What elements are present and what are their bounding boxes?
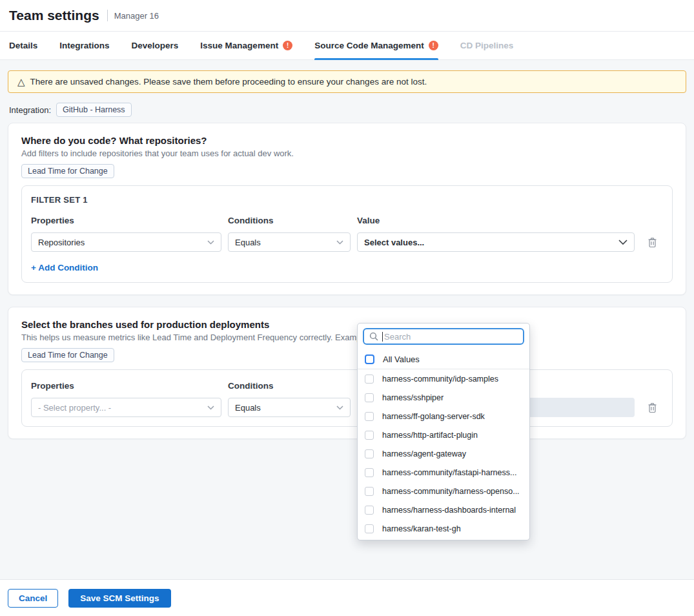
unsaved-changes-banner: △︎ There are unsaved changes. Please sav…	[8, 70, 686, 93]
repositories-section-title: Where do you code? What repositories?	[21, 135, 673, 146]
filter-set-1-card: FILTER SET 1 Properties Conditions Value…	[21, 185, 673, 283]
branches-filter-card: Properties Conditions - Select property.…	[21, 369, 673, 427]
branches-section-subtitle: This helps us measure metrics like Lead …	[21, 333, 673, 342]
trash-icon	[648, 402, 657, 413]
chevron-down-icon	[336, 406, 343, 410]
checkbox-icon[interactable]	[365, 431, 374, 440]
filter-set-title: FILTER SET 1	[31, 195, 663, 205]
chevron-down-icon	[207, 240, 214, 245]
tab-developers[interactable]: Developers	[132, 32, 179, 59]
add-condition-button[interactable]: + Add Condition	[31, 263, 98, 272]
banner-text: There are unsaved changes. Please save t…	[30, 77, 427, 87]
filter-column-headers: Properties Conditions	[31, 381, 663, 391]
warning-triangle-icon: △︎	[17, 77, 25, 87]
checkbox-icon[interactable]	[365, 354, 374, 364]
delete-filter-button[interactable]	[646, 401, 658, 415]
chevron-down-icon	[207, 406, 214, 410]
title-separator	[107, 10, 108, 21]
chevron-down-icon	[618, 240, 628, 245]
integration-row: Integration: GitHub - Harness	[9, 102, 686, 118]
filter-column-headers: Properties Conditions Value	[31, 216, 663, 225]
tab-cd-pipelines: CD Pipelines	[460, 32, 514, 59]
list-item[interactable]: harness/http-artifact-plugin	[358, 426, 529, 444]
warning-badge-icon: !	[283, 41, 292, 50]
page-title: Team settings	[9, 8, 99, 23]
condition-select[interactable]: Equals	[228, 232, 351, 252]
conditions-column-label: Conditions	[228, 216, 351, 225]
list-item[interactable]: harness/sshpiper	[358, 388, 529, 407]
properties-column-label: Properties	[31, 381, 221, 391]
list-item[interactable]: harness-community/idp-samples	[358, 369, 529, 388]
lead-time-chip: Lead Time for Change	[21, 164, 114, 178]
filter-row: Repositories Equals Select values...	[31, 232, 663, 252]
chevron-down-icon	[336, 240, 343, 245]
property-select[interactable]: - Select property... -	[31, 398, 221, 417]
tab-integrations[interactable]: Integrations	[59, 32, 109, 59]
list-item[interactable]: harness/ff-golang-server-sdk	[358, 407, 529, 426]
tab-source-code-management[interactable]: Source Code Management !	[314, 32, 438, 59]
condition-select[interactable]: Equals	[228, 398, 351, 417]
branches-section-title: Select the branches used for production …	[21, 319, 673, 330]
integration-label: Integration:	[9, 105, 51, 115]
value-column-label: Value	[357, 216, 635, 225]
checkbox-icon[interactable]	[365, 468, 374, 477]
checkbox-icon[interactable]	[365, 412, 374, 421]
value-multiselect[interactable]: Select values...	[357, 232, 635, 252]
property-select[interactable]: Repositories	[31, 232, 221, 252]
list-item[interactable]: harness-community/fastapi-harness...	[358, 463, 529, 482]
list-item[interactable]: harness/…	[358, 538, 529, 540]
checkbox-icon[interactable]	[365, 375, 374, 384]
footer-action-bar: Cancel Save SCM Settings	[0, 579, 694, 616]
checkbox-icon[interactable]	[365, 487, 374, 496]
dropdown-search-box	[363, 328, 524, 345]
integration-chip: GitHub - Harness	[56, 103, 132, 117]
tab-issue-management[interactable]: Issue Management !	[200, 32, 292, 59]
save-scm-settings-button[interactable]: Save SCM Settings	[68, 589, 170, 608]
conditions-column-label: Conditions	[228, 381, 351, 391]
properties-column-label: Properties	[31, 216, 221, 225]
search-input[interactable]	[382, 332, 518, 342]
checkbox-icon[interactable]	[365, 524, 374, 533]
list-item[interactable]: harness/agent-gateway	[358, 444, 529, 463]
checkbox-icon[interactable]	[365, 393, 374, 402]
repositories-section-card: Where do you code? What repositories? Ad…	[8, 123, 686, 295]
filter-row: - Select property... - Equals	[31, 398, 663, 417]
checkbox-icon[interactable]	[365, 506, 374, 515]
warning-badge-icon: !	[429, 41, 438, 50]
scm-settings-panel: △︎ There are unsaved changes. Please sav…	[0, 60, 694, 579]
page-header: Team settings Manager 16	[0, 0, 694, 31]
lead-time-chip: Lead Time for Change	[21, 348, 114, 362]
trash-icon	[648, 237, 657, 248]
all-values-option[interactable]: All Values	[358, 349, 529, 369]
branches-section-card: Select the branches used for production …	[8, 307, 686, 439]
repositories-section-subtitle: Add filters to include repositories that…	[21, 149, 673, 158]
settings-tab-bar: Details Integrations Developers Issue Ma…	[0, 31, 694, 60]
checkbox-icon[interactable]	[365, 449, 374, 458]
cancel-button[interactable]: Cancel	[8, 589, 58, 608]
list-item[interactable]: harness/harness-dashboards-internal	[358, 500, 529, 519]
search-icon	[369, 332, 378, 341]
value-dropdown-panel: All Values harness-community/idp-samples…	[357, 323, 530, 540]
list-item[interactable]: harness/karan-test-gh	[358, 519, 529, 538]
team-name-label: Manager 16	[114, 11, 159, 21]
delete-filter-button[interactable]	[646, 236, 658, 249]
tab-details[interactable]: Details	[9, 32, 37, 59]
list-item[interactable]: harness-community/harness-openso...	[358, 482, 529, 500]
